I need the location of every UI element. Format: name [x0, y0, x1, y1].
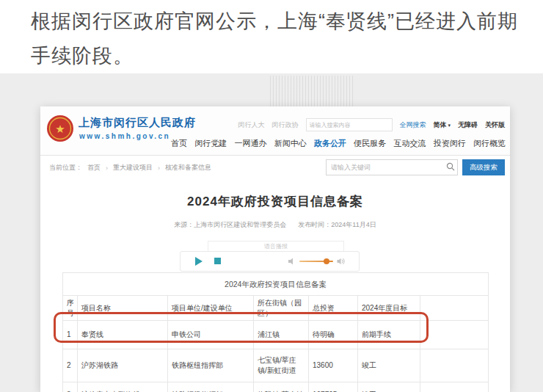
audio-player	[180, 251, 360, 272]
table-header-row: 序号 项目名称 项目单位/建设单位 所在街镇（园区） 总投资 2024年度目标	[63, 296, 489, 321]
volume-slider[interactable]	[299, 261, 333, 262]
cell-project-name: 奉贤线	[78, 321, 168, 349]
volume-low-icon	[288, 257, 296, 266]
cell-town: 七宝镇/莘庄镇/新虹街道	[254, 349, 309, 382]
cell-target: 前期手续	[358, 321, 420, 349]
nav-home[interactable]: 首页	[171, 138, 187, 149]
cell-project-name: 沪杭客专南联络线	[78, 382, 168, 392]
table-row-huhang-link: 3 沪杭客专南联络线 铁路枢纽指挥部 梅陇镇 莘庄镇 167705 竣工	[63, 382, 489, 392]
breadcrumb-major-projects[interactable]: 重大建设项目	[113, 163, 153, 173]
breadcrumb-home[interactable]: 首页	[87, 163, 101, 173]
main-nav: 首页 闵行党建 一网通办 新闻中心 政务公开 便民服务 互动交流 投资闵行 闵行…	[171, 138, 506, 149]
stop-icon[interactable]	[214, 258, 221, 264]
cell-unit: 铁路枢纽指挥部	[168, 382, 254, 392]
cell-investment: 167705	[309, 382, 358, 392]
audio-player-label: 语音播报	[208, 241, 344, 252]
header-utility-bar: 闵行人大 闵行政协 全网搜索 简体 ▾ 无障碍 关怀版	[238, 118, 505, 131]
keyword-search-input[interactable]	[326, 159, 458, 175]
nav-convenience[interactable]: 便民服务	[354, 138, 386, 149]
cell-investment: 待明确	[309, 321, 358, 349]
link-zhengxie[interactable]: 闵行政协	[272, 120, 299, 130]
article-source: 来源：上海市闵行区建设和管理委员会	[174, 220, 286, 230]
projects-table: 2024年政府投资项目信息备案 序号 项目名称 项目单位/建设单位 所在街镇（园…	[62, 272, 489, 392]
col-extra	[420, 296, 489, 321]
breadcrumb-filing-info[interactable]: 核准和备案信息	[165, 163, 211, 173]
site-search-button[interactable]: 全网搜索	[400, 120, 426, 130]
cell-town: 梅陇镇 莘庄镇	[254, 382, 309, 392]
national-emblem-icon: ★	[46, 115, 74, 142]
article-meta: 来源：上海市闵行区建设和管理委员会 发布时间：2024年11月4日	[40, 220, 510, 230]
cell-index: 1	[63, 321, 78, 349]
table-row-fengxian-line: 1 奉贤线 申铁公司 浦江镇 待明确 前期手续	[63, 321, 489, 349]
article-line-1: 根据闵行区政府官网公示，上海“奉贤线”已经进入前期	[31, 4, 522, 39]
breadcrumb-separator: ›	[158, 164, 160, 172]
website-screenshot: ★ 上海市闵行区人民政府 www.shmh.gov.cn 闵行人大 闵行政协 全…	[40, 106, 510, 392]
nav-gov-info[interactable]: 政务公开	[314, 138, 346, 149]
nav-news[interactable]: 新闻中心	[274, 138, 307, 149]
col-2024-target: 2024年度目标	[358, 296, 420, 321]
table-row-husuhu-railway: 2 沪苏湖铁路 铁路枢纽指挥部 七宝镇/莘庄镇/新虹街道 13600 竣工	[63, 349, 489, 382]
site-name: 上海市闵行区人民政府	[79, 116, 196, 130]
cell-investment: 13600	[309, 349, 358, 382]
cell-unit: 申铁公司	[168, 321, 254, 349]
cell-index: 3	[63, 382, 78, 392]
nav-interaction[interactable]: 互动交流	[394, 138, 426, 149]
keyword-search-group: 高级搜索	[326, 159, 505, 175]
nav-invest[interactable]: 投资闵行	[434, 138, 466, 149]
article-publish-date: 发布时间：2024年11月4日	[298, 220, 376, 230]
link-renda[interactable]: 闵行人大	[238, 120, 265, 130]
breadcrumb-prefix: 当前位置：	[49, 163, 82, 173]
cell-town: 浦江镇	[254, 321, 309, 349]
advanced-search-button[interactable]: 高级搜索	[462, 159, 505, 175]
cell-unit: 铁路枢纽指挥部	[168, 349, 254, 382]
col-town: 所在街镇（园区）	[254, 296, 309, 321]
barcode-decoration	[270, 76, 354, 109]
site-header: ★ 上海市闵行区人民政府 www.shmh.gov.cn 闵行人大 闵行政协 全…	[40, 106, 510, 156]
search-icon[interactable]	[446, 162, 455, 171]
page-title: 2024年政府投资项目信息备案	[40, 193, 510, 210]
article-intro: 根据闵行区政府官网公示，上海“奉贤线”已经进入前期 手续阶段。	[31, 4, 522, 73]
cell-target: 竣工	[358, 382, 420, 392]
breadcrumb-row: 当前位置： 首页 › 重大建设项目 › 核准和备案信息 高级搜	[40, 156, 510, 179]
site-url: www.shmh.gov.cn	[79, 132, 170, 140]
breadcrumb: 当前位置： 首页 › 重大建设项目 › 核准和备案信息	[49, 163, 211, 173]
site-search-input[interactable]	[306, 118, 393, 131]
play-icon[interactable]	[195, 257, 203, 266]
care-mode-button[interactable]: 关怀版	[485, 120, 505, 130]
volume-slider-thumb[interactable]	[324, 258, 329, 264]
table-caption-row: 2024年政府投资项目信息备案	[63, 273, 489, 296]
language-selector[interactable]: 简体 ▾	[434, 120, 451, 130]
breadcrumb-separator: ›	[106, 164, 108, 172]
svg-text:★: ★	[55, 123, 65, 135]
article-line-2: 手续阶段。	[31, 39, 522, 73]
accessibility-button[interactable]: 无障碍	[458, 120, 478, 130]
screenshot-root: 根据闵行区政府官网公示，上海“奉贤线”已经进入前期 手续阶段。 ★ 上海市闵行区…	[0, 0, 543, 392]
table-caption: 2024年政府投资项目信息备案	[63, 273, 489, 296]
col-index: 序号	[63, 296, 78, 321]
cell-index: 2	[63, 349, 78, 382]
nav-services[interactable]: 一网通办	[235, 138, 267, 149]
page-background: ★ 上海市闵行区人民政府 www.shmh.gov.cn 闵行人大 闵行政协 全…	[0, 73, 543, 392]
col-unit: 项目单位/建设单位	[168, 296, 254, 321]
cell-target: 竣工	[358, 349, 420, 382]
volume-high-icon	[337, 257, 346, 266]
nav-party[interactable]: 闵行党建	[194, 138, 227, 149]
cell-project-name: 沪苏湖铁路	[78, 349, 168, 382]
col-investment: 总投资	[309, 296, 358, 321]
nav-overview[interactable]: 闵行概览	[473, 138, 506, 149]
col-project-name: 项目名称	[78, 296, 168, 321]
